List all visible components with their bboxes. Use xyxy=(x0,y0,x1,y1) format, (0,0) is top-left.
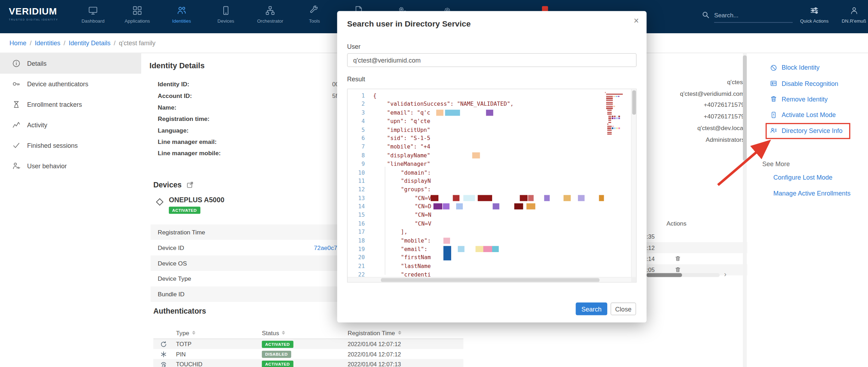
nav-item-applications[interactable]: Applications xyxy=(115,0,159,33)
manage-active-enrollments-link[interactable]: Manage Active Enrollments xyxy=(773,190,850,197)
directory-service-info-link[interactable]: Directory Service Info xyxy=(770,123,843,138)
user-list-icon xyxy=(770,127,777,134)
column-registration-time[interactable]: Registration Time xyxy=(348,330,401,336)
identity-actions-panel: Block Identity Disable Recognition Remov… xyxy=(770,60,843,138)
info-icon xyxy=(12,59,20,68)
authenticator-row-totp: TOTP ACTIVATED 2022/01/04 12:07:12 xyxy=(153,339,463,349)
column-type[interactable]: Type xyxy=(176,330,262,336)
dashboard-icon xyxy=(88,6,98,16)
pagination-next[interactable]: › xyxy=(724,270,727,278)
directory-search-modal: Search user in Directory Service × User … xyxy=(337,11,646,322)
user-behavior-icon xyxy=(12,162,20,170)
sidebar-item-activity[interactable]: Activity xyxy=(0,115,141,135)
sort-icon xyxy=(398,331,401,335)
field-row: Language: xyxy=(158,124,342,136)
identities-icon xyxy=(177,6,187,16)
code-lines: 1{2"validationSuccess": "NAME_VALIDATED"… xyxy=(348,92,631,279)
ban-icon xyxy=(770,64,777,71)
close-button[interactable]: Close xyxy=(610,303,636,315)
breadcrumb-identities[interactable]: Identities xyxy=(35,40,60,46)
field-row: Identity ID:00a xyxy=(158,79,342,90)
veridium-logo[interactable]: VERIDIUM TRUSTED DIGITAL IDENTITY xyxy=(9,6,58,21)
nav-item-devices[interactable]: Devices xyxy=(204,0,248,33)
scrollbar-thumb[interactable] xyxy=(743,56,747,161)
scrollbar-thumb[interactable] xyxy=(632,90,636,115)
sidebar-item-enrollment-trackers[interactable]: Enrollment trackers xyxy=(0,94,141,115)
breadcrumb-identity-details[interactable]: Identity Details xyxy=(69,40,110,46)
nav-item-identities[interactable]: Identities xyxy=(159,0,203,33)
activity-chart-icon xyxy=(12,121,20,129)
user-field-label: User xyxy=(347,43,360,50)
nav-item-tools[interactable]: Tools xyxy=(292,0,336,33)
horizontal-scrollbar[interactable] xyxy=(642,273,720,277)
device-brand-icon xyxy=(155,198,164,206)
indent-guide xyxy=(385,167,385,275)
user-input[interactable] xyxy=(347,53,637,67)
close-icon[interactable]: × xyxy=(634,17,639,25)
search-placeholder: Search... xyxy=(714,12,738,18)
screen: VERIDIUM TRUSTED DIGITAL IDENTITY Dashbo… xyxy=(0,0,868,367)
id-card-icon xyxy=(770,80,777,87)
authenticators-header: Type Status Registration Time xyxy=(153,327,463,339)
phone-alert-icon xyxy=(770,111,777,118)
remove-identity-link[interactable]: Remove Identity xyxy=(770,91,843,107)
trash-icon[interactable] xyxy=(675,267,681,273)
code-minimap xyxy=(605,92,628,135)
status-badge: ACTIVATED xyxy=(262,340,293,348)
hourglass-icon xyxy=(12,100,20,109)
wrench-icon xyxy=(309,6,319,16)
logo-title: VERIDIUM xyxy=(9,6,58,17)
devices-section-title: Devices xyxy=(153,181,193,189)
column-actions: Actions xyxy=(660,220,693,227)
configure-lost-mode-link[interactable]: Configure Lost Mode xyxy=(773,174,832,181)
user-menu[interactable]: DN.R'emuß xyxy=(839,0,868,33)
page-title: Identity Details xyxy=(149,61,205,70)
quick-actions-button[interactable]: Quick Actions xyxy=(797,0,831,33)
sidebar-item-finished-sessions[interactable]: Finished sessions xyxy=(0,135,141,156)
device-card-header: ONEPLUS A5000 ACTIVATED xyxy=(155,196,224,214)
json-result-viewer[interactable]: 1{2"validationSuccess": "NAME_VALIDATED"… xyxy=(347,89,637,282)
status-badge: ACTIVATED xyxy=(262,360,293,367)
device-status-badge: ACTIVATED xyxy=(169,206,200,214)
breadcrumb-home[interactable]: Home xyxy=(10,40,26,46)
content-scrollbar[interactable] xyxy=(743,53,747,367)
applications-icon xyxy=(132,6,142,16)
asterisk-icon xyxy=(160,350,167,357)
search-underline xyxy=(714,22,793,23)
activate-lost-mode-link[interactable]: Activate Lost Mode xyxy=(770,107,843,123)
nav-item-dashboard[interactable]: Dashboard xyxy=(71,0,115,33)
block-identity-link[interactable]: Block Identity xyxy=(770,60,843,75)
navbar-search[interactable]: Search... xyxy=(702,11,738,19)
scrollbar-thumb[interactable] xyxy=(381,278,600,282)
trash-icon[interactable] xyxy=(675,255,681,261)
fingerprint-icon xyxy=(160,360,167,367)
modal-title: Search user in Directory Service xyxy=(347,19,471,28)
search-button[interactable]: Search xyxy=(576,303,607,315)
devices-icon xyxy=(221,6,231,16)
field-row: Name: xyxy=(158,101,342,113)
nav-item-orchestrator[interactable]: Orchestrator xyxy=(248,0,292,33)
see-more-label: See More xyxy=(762,161,790,167)
field-row: Line manager mobile: xyxy=(158,147,342,159)
sidebar-item-user-behavior[interactable]: User behavior xyxy=(0,156,141,176)
open-in-new-icon[interactable] xyxy=(187,181,193,188)
field-row: Line manager email: xyxy=(158,136,342,147)
authenticator-row-pin: PIN DISABLED 2022/01/04 12:07:12 xyxy=(153,349,463,359)
column-status[interactable]: Status xyxy=(262,330,348,336)
orchestrator-icon xyxy=(265,6,275,16)
scrollbar-thumb[interactable] xyxy=(646,273,682,277)
sort-icon xyxy=(192,331,195,335)
key-icon xyxy=(12,80,20,88)
sort-icon xyxy=(282,331,285,335)
search-icon xyxy=(702,11,710,19)
editor-vertical-scrollbar[interactable] xyxy=(631,89,636,278)
scrollbar-corner xyxy=(631,277,636,282)
device-name: ONEPLUS A5000 xyxy=(169,196,224,204)
disable-recognition-link[interactable]: Disable Recognition xyxy=(770,76,843,91)
sidebar-item-device-authenticators[interactable]: Device authenticators xyxy=(0,74,141,94)
sidebar-item-details[interactable]: Details xyxy=(0,53,141,74)
authenticators-table: Type Status Registration Time TOTP ACTIV… xyxy=(153,327,463,367)
editor-horizontal-scrollbar[interactable] xyxy=(348,277,632,282)
user-icon xyxy=(850,6,858,15)
trash-icon xyxy=(770,95,777,103)
